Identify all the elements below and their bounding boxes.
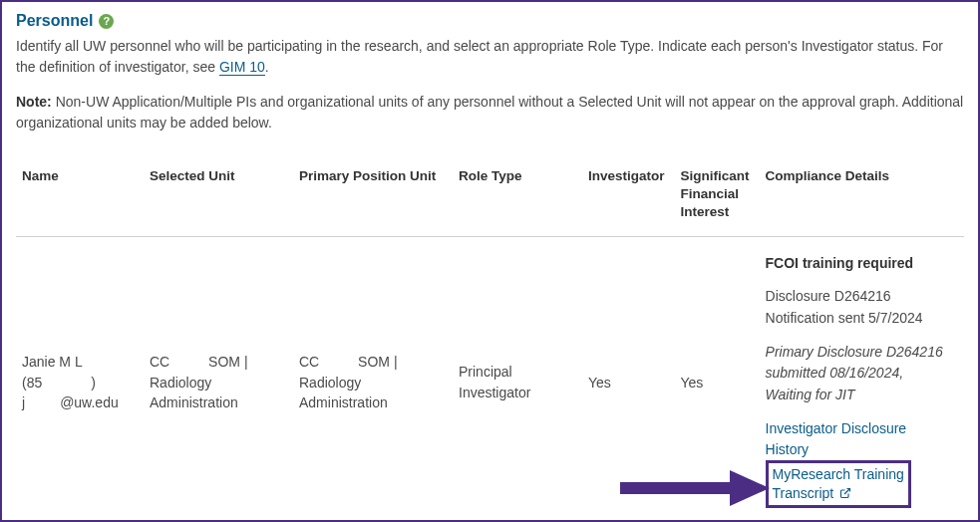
cell-investigator: Yes [582,236,675,518]
col-header-compliance: Compliance Details [760,161,964,236]
personnel-panel: Personnel ? Identify all UW personnel wh… [0,0,980,522]
personnel-table: Name Selected Unit Primary Position Unit… [16,161,964,518]
redacted-text: xxxxxxx [42,373,91,392]
section-header: Personnel ? [16,12,964,30]
col-header-primary-unit: Primary Position Unit [293,161,453,236]
col-header-investigator: Investigator [582,161,675,236]
gim-10-link[interactable]: GIM 10 [219,59,265,76]
sel-unit-l1-post: SOM | [204,354,247,370]
link1-l2: History [766,441,810,457]
name-line1: Janie M L [22,354,83,370]
link1-l1: Investigator Disclosure [766,420,907,436]
disc1-l1: Disclosure D264216 [766,286,954,308]
myresearch-training-transcript-link[interactable]: MyResearch Training Transcript [773,465,904,503]
help-icon[interactable]: ? [99,14,114,29]
cell-role-type: Principal Investigator [453,236,582,518]
pri-unit-l1-pre: CC [299,354,319,370]
name-line3-post: @uw.edu [60,394,119,410]
note-label: Note: [16,94,52,110]
sel-unit-l2: Radiology [150,375,211,391]
col-header-sfi: Significant Financial Interest [675,161,760,236]
redacted-text: xxxxx [319,352,354,372]
disc2-l2: submitted 08/16/2024, [766,363,954,385]
external-link-icon [839,487,851,499]
intro-text: Identify all UW personnel who will be pa… [16,36,964,78]
note-text: Note: Non-UW Application/Multiple PIs an… [16,92,964,133]
link2-l1: MyResearch Training [773,466,904,482]
redacted-text: xxxxx [25,392,60,412]
col-header-name: Name [16,161,144,236]
disc1-l2: Notification sent 5/7/2024 [766,308,954,330]
section-title: Personnel [16,12,93,30]
intro-text-pre: Identify all UW personnel who will be pa… [16,38,943,75]
pri-unit-l1-post: SOM | [354,354,397,370]
pri-unit-l3: Administration [299,394,388,410]
disc2-l3: Waiting for JIT [766,385,954,406]
cell-compliance: FCOI training required Disclosure D26421… [760,236,964,518]
table-row: Janie M Lxxxxx (85xxxxxxx) jxxxxx@uw.edu… [16,236,964,518]
highlighted-link-box: MyResearch Training Transcript [766,460,911,508]
intro-text-post: . [265,59,269,75]
cell-name: Janie M Lxxxxx (85xxxxxxx) jxxxxx@uw.edu [16,236,144,518]
cell-primary-unit: CCxxxxx SOM | Radiology Administration [293,236,453,518]
sel-unit-l1-pre: CC [150,354,169,370]
table-header-row: Name Selected Unit Primary Position Unit… [16,161,964,236]
col-header-role-type: Role Type [453,161,582,236]
sel-unit-l3: Administration [150,394,238,410]
name-line2-pre: (85 [22,375,42,391]
fcoi-required: FCOI training required [766,253,954,275]
redacted-text: xxxxx [83,352,118,372]
link2-l2: Transcript [773,485,834,501]
investigator-disclosure-history-link[interactable]: Investigator Disclosure History [766,420,907,458]
compliance-block: FCOI training required Disclosure D26421… [766,253,954,462]
note-body: Non-UW Application/Multiple PIs and orga… [16,94,963,130]
disc2-l1: Primary Disclosure D264216 [766,342,954,364]
svg-line-0 [844,488,850,494]
cell-sfi: Yes [675,236,760,518]
cell-selected-unit: CCxxxxx SOM | Radiology Administration [144,236,293,518]
name-line2-post: ) [91,375,96,391]
col-header-selected-unit: Selected Unit [144,161,293,236]
pri-unit-l2: Radiology [299,375,361,391]
redacted-text: xxxxx [169,352,204,372]
